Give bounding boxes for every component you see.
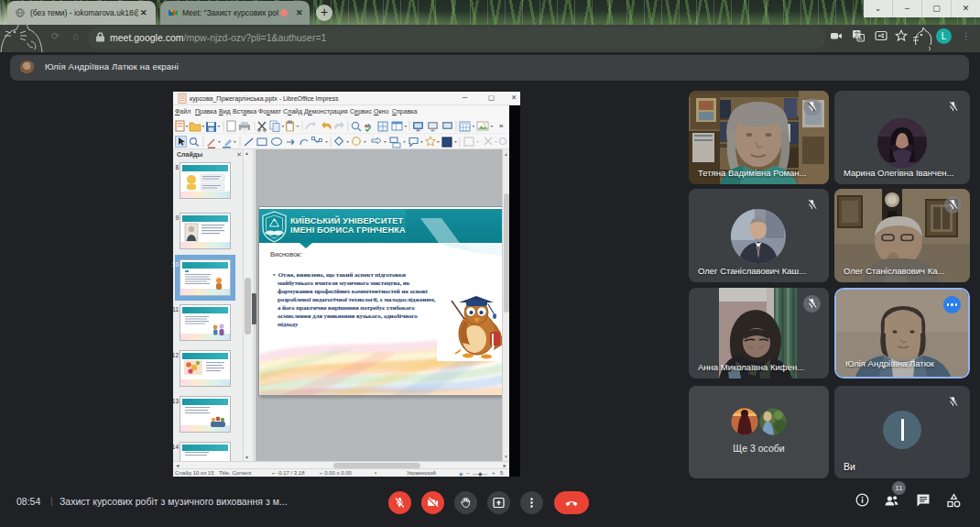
- svg-text:»: »: [499, 122, 504, 130]
- svg-text:A: A: [859, 36, 863, 41]
